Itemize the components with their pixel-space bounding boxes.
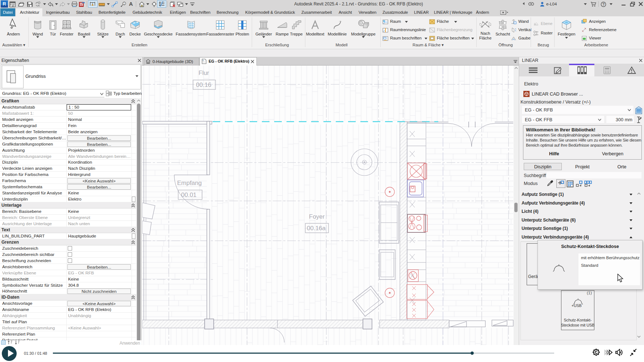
svg-text:R: R bbox=[3, 1, 6, 7]
svg-text:Flur: Flur bbox=[198, 70, 209, 76]
svg-text:?: ? bbox=[602, 3, 605, 7]
svg-text:00.16: 00.16 bbox=[196, 81, 212, 88]
svg-text:Foyer: Foyer bbox=[309, 213, 325, 220]
svg-text:Empfang: Empfang bbox=[177, 180, 202, 186]
svg-text:00.16a: 00.16a bbox=[307, 225, 326, 232]
svg-text:1: 1 bbox=[124, 3, 125, 5]
svg-text:00.01: 00.01 bbox=[181, 191, 197, 198]
